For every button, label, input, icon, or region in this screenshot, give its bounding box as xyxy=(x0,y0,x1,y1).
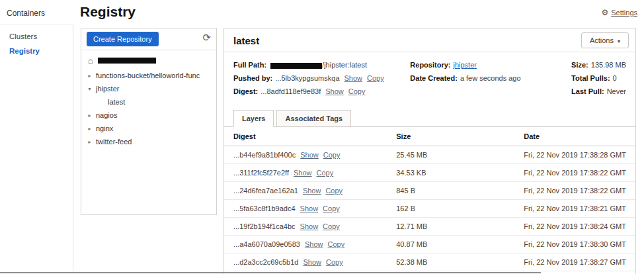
full-path-value: /jhipster:latest xyxy=(322,61,367,69)
copy-link[interactable]: Copy xyxy=(317,169,334,177)
show-link[interactable]: Show xyxy=(344,74,363,82)
repository-tree-panel: Create Repository ⟳ ⌂ ▸functions-bucket/… xyxy=(81,28,217,215)
tree-root-item[interactable]: ⌂ xyxy=(81,50,216,69)
create-repository-button[interactable]: Create Repository xyxy=(87,32,159,46)
show-link[interactable]: Show xyxy=(300,151,319,159)
full-path-field: Full Path:/jhipster:latest xyxy=(233,61,410,69)
table-header-row: Digest Size Date xyxy=(224,127,635,146)
tab-layers[interactable]: Layers xyxy=(233,110,274,127)
chevron-down-icon: ▾ xyxy=(618,38,620,44)
date-created-label: Date Created: xyxy=(410,74,458,82)
copy-link[interactable]: Copy xyxy=(323,205,340,212)
tag-detail-panel: latest Actions▾ Full Path:/jhipster:late… xyxy=(223,28,636,274)
repository-field: Repository:jhipster xyxy=(410,61,571,69)
layer-digest: ...5fa63c8f1b9adc4 xyxy=(233,205,296,212)
tree-item-functions-bucket-helloworld-func[interactable]: ▸functions-bucket/helloworld-func xyxy=(81,69,216,82)
total-pulls-field: Total Pulls:0 xyxy=(571,74,626,83)
detail-fields-col2: Repository:jhipster Date Created:a few s… xyxy=(410,61,571,101)
tree-item-label: latest xyxy=(108,98,125,106)
sidebar-item-registry[interactable]: Registry xyxy=(0,44,73,58)
date-created-value: a few seconds ago xyxy=(460,74,521,82)
layer-size: 40.87 MB xyxy=(387,236,514,253)
tree-item-label: nginx xyxy=(96,124,113,132)
digest-label: Digest: xyxy=(233,87,258,95)
layer-digest: ...24d6fea7ae162a1 xyxy=(233,187,298,195)
layer-size: 12.71 MB xyxy=(387,218,514,236)
chevron-right-icon[interactable]: ▸ xyxy=(87,113,93,118)
layers-table: Digest Size Date ...b44ef9a81bf400cShowC… xyxy=(224,127,635,274)
copy-link[interactable]: Copy xyxy=(367,74,384,82)
copy-link[interactable]: Copy xyxy=(327,240,344,248)
page-title: Registry xyxy=(80,4,136,20)
tree-item-nagios[interactable]: ▸nagios xyxy=(81,109,216,122)
layer-date: Fri, 22 Nov 2019 17:38:22 GMT xyxy=(514,182,635,200)
table-row: ...5fa63c8f1b9adc4ShowCopy162 BFri, 22 N… xyxy=(224,200,635,218)
window-edge xyxy=(0,272,541,273)
tree-item-nginx[interactable]: ▸nginx xyxy=(81,122,216,135)
settings-label: Settings xyxy=(611,9,637,17)
col-header-digest: Digest xyxy=(224,127,387,146)
show-link[interactable]: Show xyxy=(294,169,312,177)
chevron-down-icon[interactable]: ▾ xyxy=(87,86,93,92)
date-created-field: Date Created:a few seconds ago xyxy=(410,74,571,83)
detail-title: latest xyxy=(233,35,259,46)
tree-item-latest[interactable]: latest xyxy=(81,95,216,109)
col-header-date: Date xyxy=(514,127,635,146)
copy-link[interactable]: Copy xyxy=(325,187,342,195)
tree-item-label: functions-bucket/helloworld-func xyxy=(96,71,200,79)
tree-item-label: twitter-feed xyxy=(96,138,132,146)
copy-link[interactable]: Copy xyxy=(326,258,343,266)
layer-digest: ...19f2b194f1ca4bc xyxy=(233,222,296,230)
settings-link[interactable]: ⚙Settings xyxy=(601,8,637,17)
tab-associated-tags[interactable]: Associated Tags xyxy=(276,110,351,127)
copy-link[interactable]: Copy xyxy=(323,151,341,159)
show-link[interactable]: Show xyxy=(303,258,321,266)
gear-icon: ⚙ xyxy=(601,8,608,17)
layers-table-body: ...b44ef9a81bf400cShowCopy25.45 MBFri, 2… xyxy=(224,146,635,274)
registry-page: Containers Registry ⚙Settings ClustersRe… xyxy=(0,0,644,274)
layer-size: 25.45 MB xyxy=(387,146,514,164)
repository-link[interactable]: jhipster xyxy=(453,61,476,69)
layer-size: 162 B xyxy=(387,200,514,218)
last-pull-value: Never xyxy=(607,87,626,95)
refresh-icon[interactable]: ⟳ xyxy=(202,32,211,42)
layer-digest: ...b44ef9a81bf400c xyxy=(233,151,296,159)
digest-field: Digest:...8adfd118ef9e83fShowCopy xyxy=(233,87,410,96)
last-pull-label: Last Pull: xyxy=(571,87,604,95)
layer-size: 845 B xyxy=(387,182,514,200)
show-link[interactable]: Show xyxy=(303,187,321,195)
table-row: ...d2a3cc2c69c5b1dShowCopy52.38 MBFri, 2… xyxy=(224,253,635,271)
tree-item-jhipster[interactable]: ▾jhipster xyxy=(81,82,216,95)
layer-size: 52.38 MB xyxy=(387,253,514,271)
tree-item-twitter-feed[interactable]: ▸twitter-feed xyxy=(81,135,216,148)
pushed-by-label: Pushed by: xyxy=(233,74,272,82)
detail-fields-col1: Full Path:/jhipster:latest Pushed by:...… xyxy=(233,61,410,101)
tree-panel-header: Create Repository ⟳ xyxy=(81,28,216,50)
redacted-namespace xyxy=(270,63,322,69)
actions-button[interactable]: Actions▾ xyxy=(581,32,629,48)
table-row: ...24d6fea7ae162a1ShowCopy845 BFri, 22 N… xyxy=(224,182,635,200)
chevron-right-icon[interactable]: ▸ xyxy=(87,73,93,79)
total-pulls-label: Total Pulls: xyxy=(571,74,610,82)
show-link[interactable]: Show xyxy=(300,222,319,230)
last-pull-field: Last Pull:Never xyxy=(571,87,626,96)
repository-label: Repository: xyxy=(410,61,450,69)
size-label: Size: xyxy=(571,61,588,69)
layer-digest: ...a4a6070a09e0583 xyxy=(233,240,300,248)
actions-label: Actions xyxy=(590,36,614,44)
show-link[interactable]: Show xyxy=(305,240,323,248)
show-link[interactable]: Show xyxy=(300,205,319,212)
copy-link[interactable]: Copy xyxy=(348,87,366,95)
show-link[interactable]: Show xyxy=(325,87,344,95)
sidebar-item-clusters[interactable]: Clusters xyxy=(0,29,73,44)
detail-header: latest Actions▾ xyxy=(224,28,635,52)
chevron-right-icon[interactable]: ▸ xyxy=(87,126,93,132)
detail-tabs: LayersAssociated Tags xyxy=(224,106,635,127)
layer-date: Fri, 22 Nov 2019 17:38:27 GMT xyxy=(514,253,635,271)
chevron-right-icon[interactable]: ▸ xyxy=(87,139,93,145)
copy-link[interactable]: Copy xyxy=(323,222,340,230)
table-row: ...311f2fc5f27e2ffShowCopy34.53 KBFri, 2… xyxy=(224,164,635,182)
detail-fields: Full Path:/jhipster:latest Pushed by:...… xyxy=(224,52,635,106)
layer-date: Fri, 22 Nov 2019 17:38:30 GMT xyxy=(514,236,635,253)
tree-item-label: nagios xyxy=(96,111,117,119)
